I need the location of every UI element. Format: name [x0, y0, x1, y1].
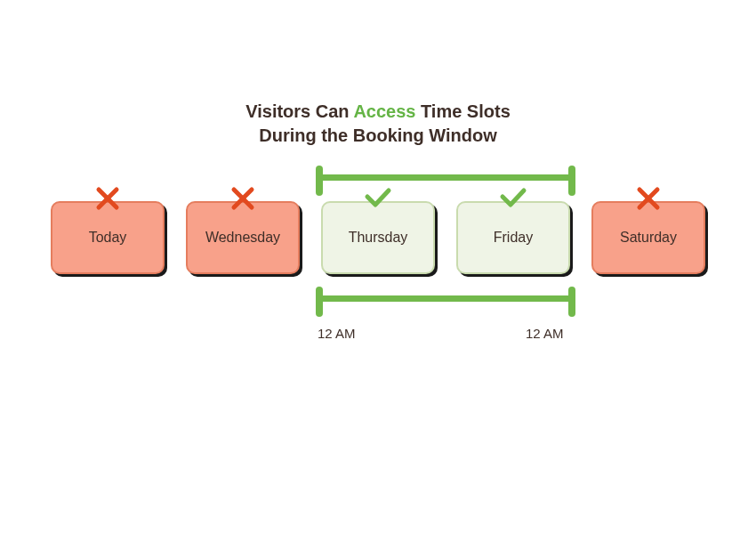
bracket-tick-left — [316, 287, 323, 317]
time-labels-row: 12 AM 12 AM — [31, 326, 725, 347]
day-card: Saturday — [591, 201, 705, 274]
bracket-tick-right — [568, 166, 575, 196]
day-card: Friday — [456, 201, 570, 274]
bracket-tick-left — [316, 166, 323, 196]
day-card-label: Today — [89, 230, 127, 246]
check-icon — [498, 185, 528, 210]
unavailable-status-icon — [229, 185, 256, 215]
x-icon — [229, 185, 256, 212]
day-card-label: Saturday — [620, 230, 677, 246]
day-card: Thursday — [321, 201, 435, 274]
check-icon — [363, 185, 393, 210]
heading-part1: Visitors Can — [245, 101, 353, 121]
day-card-label: Friday — [494, 230, 533, 246]
bottom-bracket-row — [31, 287, 725, 317]
bracket-line — [319, 174, 572, 181]
unavailable-status-icon — [94, 185, 121, 215]
booking-window-diagram: Visitors Can Access Time Slots During th… — [0, 0, 756, 347]
day-cards-row: TodayWednesdayThursdayFridaySaturday — [0, 201, 756, 274]
x-icon — [635, 185, 662, 212]
day-card: Wednesday — [186, 201, 300, 274]
bracket-line — [319, 295, 572, 302]
diagram-heading: Visitors Can Access Time Slots During th… — [218, 100, 538, 148]
day-card-label: Wednesday — [205, 230, 280, 246]
day-card-label: Thursday — [349, 230, 408, 246]
booking-window-bracket-top — [316, 166, 575, 196]
booking-window-bracket-bottom — [316, 287, 575, 317]
heading-access-word: Access — [353, 101, 415, 121]
time-label-end: 12 AM — [526, 326, 564, 341]
x-icon — [94, 185, 121, 212]
unavailable-status-icon — [635, 185, 662, 215]
time-label-start: 12 AM — [318, 326, 356, 341]
bracket-tick-right — [568, 287, 575, 317]
day-card: Today — [51, 201, 165, 274]
available-status-icon — [363, 185, 393, 214]
available-status-icon — [498, 185, 528, 214]
